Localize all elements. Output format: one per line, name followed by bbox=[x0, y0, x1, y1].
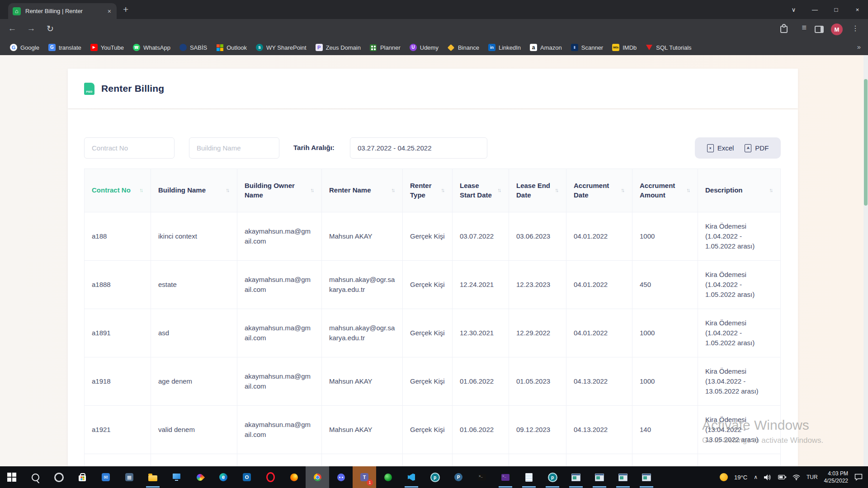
column-header-renter-name[interactable]: Renter Name↑↓ bbox=[322, 169, 403, 212]
column-header-accrument-amount[interactable]: Accrument Amount↑↓ bbox=[632, 169, 698, 212]
pdf-export-button[interactable]: A PDF bbox=[741, 144, 772, 152]
column-header-accrument-date[interactable]: Accrument Date↑↓ bbox=[566, 169, 632, 212]
sort-arrows-icon[interactable]: ↑↓ bbox=[621, 187, 625, 194]
search-button[interactable] bbox=[24, 466, 47, 488]
sort-arrows-icon[interactable]: ↑↓ bbox=[497, 187, 501, 194]
column-header-description[interactable]: Description↑↓ bbox=[698, 169, 781, 212]
pgadmin-icon[interactable]: p bbox=[423, 466, 447, 488]
excel-export-button[interactable]: x Excel bbox=[704, 144, 737, 152]
file-explorer-icon[interactable] bbox=[141, 466, 165, 488]
notepad-icon[interactable] bbox=[517, 466, 541, 488]
app-window-icon-3[interactable] bbox=[611, 466, 635, 488]
app-window-icon-2[interactable] bbox=[588, 466, 611, 488]
store-icon[interactable] bbox=[71, 466, 94, 488]
clock-time: 4:03 PM bbox=[828, 470, 848, 477]
window-minimize-button[interactable]: — bbox=[804, 0, 826, 19]
app-window-icon-4[interactable] bbox=[635, 466, 658, 488]
connect-display-icon[interactable] bbox=[165, 466, 188, 488]
clock[interactable]: 4:03 PM 4/25/2022 bbox=[824, 470, 848, 484]
back-button[interactable]: ← bbox=[6, 23, 18, 33]
teams-icon[interactable]: T1 bbox=[353, 466, 376, 488]
tab-close-icon[interactable]: × bbox=[107, 8, 112, 15]
volume-icon[interactable] bbox=[764, 474, 772, 481]
sort-arrows-icon[interactable]: ↑↓ bbox=[139, 187, 143, 194]
cmd-terminal-icon[interactable]: >_ bbox=[470, 466, 494, 488]
bookmark-sabi-s[interactable]: SABİS bbox=[175, 42, 212, 52]
new-tab-button[interactable]: + bbox=[123, 4, 128, 15]
bookmark-youtube[interactable]: ▶YouTube bbox=[86, 42, 128, 52]
browser-menu-kebab-icon[interactable]: ⋮ bbox=[852, 24, 859, 33]
bookmark-translate[interactable]: Gtranslate bbox=[44, 42, 86, 52]
bookmark-udemy[interactable]: UUdemy bbox=[405, 42, 443, 52]
scrollbar-thumb[interactable] bbox=[864, 79, 868, 206]
bookmark-zeus-domain[interactable]: PZeus Domain bbox=[311, 42, 365, 52]
bookmark-sql-tutorials[interactable]: SQL Tutorials bbox=[641, 42, 696, 52]
bookmark-outlook[interactable]: Outlook bbox=[212, 42, 251, 52]
bookmark-planner[interactable]: Planner bbox=[365, 42, 405, 52]
tab-list-icon[interactable]: ≡ bbox=[802, 23, 807, 33]
column-header-building-owner-name[interactable]: Building Owner Name↑↓ bbox=[237, 169, 322, 212]
table-cell-contract-no: a1888 bbox=[85, 261, 151, 309]
outlook-icon[interactable]: O bbox=[235, 466, 259, 488]
vscode-icon[interactable] bbox=[400, 466, 423, 488]
sort-arrows-icon[interactable]: ↑↓ bbox=[226, 187, 230, 194]
app-window-icon-1[interactable] bbox=[564, 466, 588, 488]
extensions-menu-button[interactable] bbox=[780, 19, 788, 40]
weather-temperature[interactable]: 19°C bbox=[734, 474, 747, 481]
window-close-button[interactable]: × bbox=[847, 0, 868, 19]
hidden-icons-chevron[interactable]: ∧ bbox=[754, 474, 758, 480]
column-header-renter-type[interactable]: Renter Type↑↓ bbox=[403, 169, 453, 212]
idm-icon[interactable] bbox=[376, 466, 400, 488]
column-label: Lease End Date bbox=[516, 181, 552, 200]
opera-icon[interactable] bbox=[259, 466, 282, 488]
action-center-icon[interactable] bbox=[854, 474, 863, 481]
browser-tab[interactable]: ⌂ Renter Billing | Renter × bbox=[8, 3, 117, 19]
bookmark-whatsapp[interactable]: ☎WhatsApp bbox=[128, 42, 175, 52]
side-panel-button[interactable] bbox=[815, 19, 824, 40]
bookmark-google[interactable]: GGoogle bbox=[5, 42, 44, 52]
sort-arrows-icon[interactable]: ↑↓ bbox=[391, 187, 395, 194]
bookmark-wy-sharepoint[interactable]: sWY SharePoint bbox=[251, 42, 311, 52]
sort-arrows-icon[interactable]: ↑↓ bbox=[310, 187, 314, 194]
window-maximize-button[interactable]: □ bbox=[826, 0, 847, 19]
bookmarks-overflow-chevron[interactable]: » bbox=[857, 43, 861, 51]
language-indicator[interactable]: TUR bbox=[807, 474, 818, 480]
firefox-icon[interactable] bbox=[282, 466, 306, 488]
reload-button[interactable]: ↻ bbox=[44, 23, 56, 34]
profile-avatar[interactable]: M bbox=[831, 19, 843, 40]
bookmark-amazon[interactable]: aAmazon bbox=[525, 42, 566, 52]
wifi-icon[interactable] bbox=[793, 474, 800, 480]
contract-no-input[interactable] bbox=[84, 137, 175, 159]
powershell-terminal-icon[interactable]: >_ bbox=[494, 466, 517, 488]
pgadmin4-icon[interactable]: p bbox=[541, 466, 564, 488]
mail-icon[interactable]: ✉ bbox=[94, 466, 118, 488]
bookmark-linkedin[interactable]: inLinkedIn bbox=[484, 42, 525, 52]
bookmark-scanner[interactable]: ▮Scanner bbox=[566, 42, 608, 52]
windows-taskbar: ✉▦eOT1pP>_>_p 19°C ∧ TUR 4:03 PM 4/25/20… bbox=[0, 466, 868, 488]
edge-icon[interactable]: e bbox=[212, 466, 235, 488]
column-header-lease-start-date[interactable]: Lease Start Date↑↓ bbox=[453, 169, 509, 212]
page-scrollbar[interactable] bbox=[863, 55, 868, 466]
bookmark-binance[interactable]: Binance bbox=[443, 42, 484, 52]
weather-sun-icon[interactable] bbox=[720, 473, 728, 481]
chrome-icon[interactable] bbox=[306, 466, 329, 488]
discord-icon[interactable] bbox=[329, 466, 353, 488]
building-name-input[interactable] bbox=[189, 137, 279, 159]
sort-arrows-icon[interactable]: ↑↓ bbox=[555, 187, 559, 194]
paint3d-icon[interactable] bbox=[188, 466, 212, 488]
sort-arrows-icon[interactable]: ↑↓ bbox=[769, 187, 773, 194]
sort-arrows-icon[interactable]: ↑↓ bbox=[441, 187, 445, 194]
start-button[interactable] bbox=[0, 466, 24, 488]
column-header-building-name[interactable]: Building Name↑↓ bbox=[151, 169, 237, 212]
postgresql-icon[interactable]: P bbox=[447, 466, 470, 488]
column-header-lease-end-date[interactable]: Lease End Date↑↓ bbox=[509, 169, 566, 212]
tab-search-chevron-icon[interactable]: ∨ bbox=[783, 0, 804, 19]
date-range-input[interactable] bbox=[350, 137, 487, 159]
column-header-contract-no[interactable]: Contract No↑↓ bbox=[85, 169, 151, 212]
sort-arrows-icon[interactable]: ↑↓ bbox=[686, 187, 690, 194]
battery-icon[interactable] bbox=[778, 474, 786, 480]
bookmark-imdb[interactable]: IMDbIMDb bbox=[608, 42, 641, 52]
cortana-button[interactable] bbox=[47, 466, 71, 488]
calculator-icon[interactable]: ▦ bbox=[118, 466, 141, 488]
forward-button[interactable]: → bbox=[25, 23, 37, 33]
